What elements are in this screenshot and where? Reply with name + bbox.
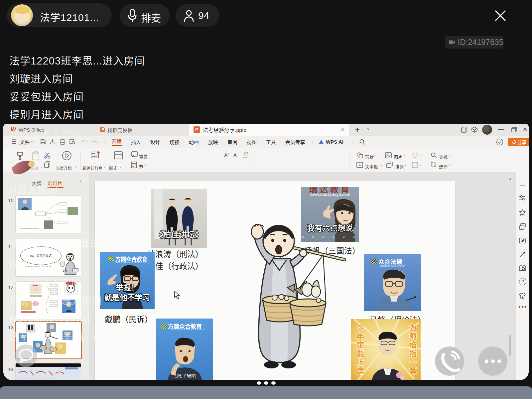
reset-label[interactable]: 重置 [139,153,148,160]
slide-thumb-10[interactable] [15,196,81,233]
cut-icon[interactable] [44,152,51,159]
select-label[interactable]: 选择 [439,163,448,170]
new-tab-button[interactable]: + [355,125,360,134]
hamburger-icon[interactable]: ☰ [11,138,16,145]
current-slide[interactable]: 《柏佳讲坛》 柏浪涛（刑法） 李佳（行政法） 瑞达教育 www.ruidajia… [95,181,455,380]
slide-master-icon[interactable] [412,162,418,168]
close-icon[interactable] [494,9,507,22]
find-icon[interactable] [431,152,437,158]
proofread-book-icon[interactable] [518,265,526,272]
menu-transition[interactable]: 切换 [170,138,180,145]
workspace-icon[interactable] [461,127,467,133]
shapes-label[interactable]: 形状 [365,154,374,160]
collapse-panel-icon[interactable]: ‹ [80,178,81,184]
fangyuan-logo-icon [161,324,166,329]
menu-tools[interactable]: 工具 [266,138,276,145]
textbox-label[interactable]: 文本框 [365,163,378,170]
tab-docer-templates[interactable]: 找稻壳模板 [100,124,132,136]
scroll-up-icon[interactable]: ▲ [509,177,512,180]
more-options-button[interactable] [478,346,507,376]
print-preview-icon[interactable] [69,139,75,145]
more-tools-icon[interactable]: ●●● [518,305,526,309]
menu-membership[interactable]: 会员专享 [285,138,305,145]
tab-document[interactable]: P 法考经验分享.pptx ✕ [189,124,349,136]
new-slide-icon[interactable] [90,150,100,160]
copy-icon[interactable] [44,161,51,168]
docer-icon [100,127,105,132]
menu-review[interactable]: 审阅 [227,138,237,145]
chat-bubble-button[interactable] [15,344,37,367]
share-button[interactable]: 分享 [508,138,529,146]
scan-icon[interactable] [412,152,418,159]
reset-icon[interactable] [130,151,138,159]
menu-animation[interactable]: 动画 [189,138,199,145]
beautify-leaf-icon[interactable] [518,237,526,244]
scrollbar-thumb[interactable] [509,335,511,356]
cloud-sync-icon[interactable] [496,138,503,146]
restore-icon[interactable] [511,127,517,132]
find-label[interactable]: 查找 [439,154,448,160]
tab-wps-home[interactable]: W WPS Office [11,124,44,136]
section-icon[interactable] [130,161,138,169]
menu-design[interactable]: 设计 [150,138,160,145]
clear-format-icon[interactable] [243,152,249,158]
window-close-icon[interactable]: ✕ [523,126,527,133]
slide-pages-icon[interactable] [518,223,526,230]
decrease-font-icon[interactable]: A⁻ [233,152,239,158]
account-avatar[interactable] [482,125,492,135]
teacher-name: 李佳（行政法） [147,260,203,271]
slide-photo-bojia: 《柏佳讲坛》 [151,189,207,248]
arrange-label[interactable]: 排列 [395,163,404,170]
export-icon[interactable] [50,139,56,145]
participants-button[interactable] [176,4,219,27]
play-from-current-label[interactable]: 当页开始 [56,165,72,171]
page-indicator-dot[interactable] [257,381,261,385]
collapse-rail-icon[interactable]: — [518,182,526,188]
arrange-icon[interactable] [386,162,393,168]
slide-thumb-11[interactable]: 04、报班的技巧 1% [15,239,81,277]
close-tab-icon[interactable]: ✕ [340,127,344,133]
minimize-icon[interactable]: — [498,126,504,133]
search-icon[interactable] [359,139,365,145]
shapes-icon[interactable] [356,152,363,159]
settings-sliders-icon[interactable] [518,194,526,201]
skin-shirt-icon[interactable] [518,292,526,299]
host-avatar[interactable] [11,4,33,26]
menu-insert[interactable]: 插入 [131,138,141,145]
picture-label[interactable]: 图片 [394,154,402,160]
textbox-icon[interactable]: A [356,162,363,168]
select-icon[interactable] [431,162,437,168]
undo-icon[interactable]: ↶ [81,138,85,145]
mouse-cursor [174,291,180,300]
chat-message: 刘璇进入房间 [9,70,73,85]
new-slide-label[interactable]: 新建幻灯片 [82,165,102,171]
menu-wps-ai[interactable]: WPS AI [326,139,343,145]
menu-file[interactable]: 文件 [20,138,30,145]
help-icon[interactable]: ? [519,278,526,285]
slide-photo-bottom-center: 方圆众合教育 FANGYUAN ZHONGHE EDUCATION ...除了我… [156,319,213,380]
menu-view[interactable]: 视图 [247,138,257,145]
picture-icon[interactable] [385,152,392,159]
increase-font-icon[interactable]: A⁺ [224,152,230,158]
slide-thumb-12[interactable] [15,281,81,319]
star-effects-icon[interactable] [518,209,526,216]
menu-home[interactable]: 开始 [112,137,122,146]
voice-call-button[interactable] [435,346,464,376]
menu-slideshow[interactable]: 放映 [208,138,218,145]
save-icon[interactable] [40,139,46,145]
layout-label[interactable]: 版式 [109,165,117,171]
page-indicator-dot[interactable] [271,381,276,385]
tab-list-chevron[interactable]: ˅ [367,127,369,132]
play-from-current-icon[interactable] [62,151,72,161]
slide-number: 14 [8,366,14,372]
section-label[interactable]: 节 [139,163,143,170]
zhonghe-logo-icon [371,259,377,264]
tab-outline[interactable]: 大纲 [32,180,42,187]
tab-slides[interactable]: 幻灯片 [48,180,63,187]
3d-box-icon[interactable] [471,127,477,133]
page-indicator-dot[interactable] [264,381,268,385]
print-icon[interactable] [60,139,66,145]
magic-wand-icon[interactable] [518,251,526,258]
redo-icon[interactable]: ↷ [91,138,96,145]
layout-icon[interactable] [114,151,123,160]
